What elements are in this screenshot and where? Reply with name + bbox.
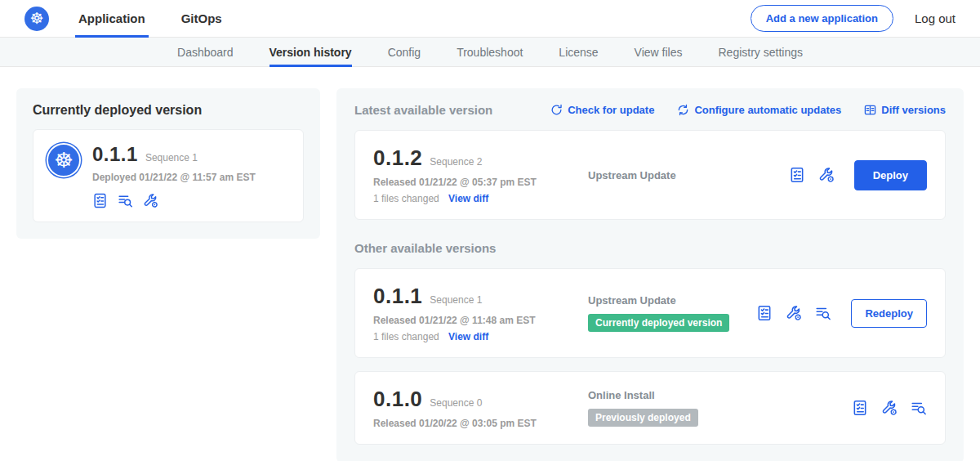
configure-automatic-updates-link[interactable]: Configure automatic updates [677, 104, 841, 116]
release-notes-icon[interactable] [756, 305, 773, 321]
app-sub-nav: Dashboard Version history Config Trouble… [0, 38, 980, 67]
files-changed-label: 1 files changed [373, 193, 439, 204]
updates-header: Latest available version Check for updat… [354, 103, 946, 117]
tab-troubleshoot[interactable]: Troubleshoot [457, 38, 523, 67]
sequence-label: Sequence 2 [430, 156, 482, 168]
version-actions: Deploy [789, 160, 927, 190]
tab-view-files[interactable]: View files [635, 38, 683, 67]
version-card-latest: 0.1.2 Sequence 2 Released 01/21/22 @ 05:… [354, 130, 946, 220]
sequence-label: Sequence 1 [430, 294, 482, 306]
updates-actions: Check for update Configure automatic upd… [550, 104, 946, 116]
view-diff-link[interactable]: View diff [448, 331, 488, 342]
top-nav: Application GitOps [75, 0, 255, 38]
tab-registry-settings[interactable]: Registry settings [719, 38, 803, 67]
version-card-row: 0.1.1 Sequence 1 Released 01/21/22 @ 11:… [354, 268, 946, 358]
release-notes-icon[interactable] [92, 193, 108, 208]
version-source: Upstream Update Currently deployed versi… [581, 294, 756, 332]
tab-dashboard[interactable]: Dashboard [177, 38, 234, 67]
top-bar: ☸ Application GitOps Add a new applicati… [0, 0, 980, 38]
version-source: Online Install Previously deployed [581, 389, 852, 427]
other-versions-title: Other available versions [354, 241, 946, 255]
view-diff-link[interactable]: View diff [448, 193, 488, 204]
released-date: Released 01/20/22 @ 03:05 pm EST [373, 418, 581, 429]
source-label: Online Install [588, 389, 852, 401]
diff-icon[interactable] [815, 305, 831, 321]
deployed-version-row: 0.1.1 Sequence 1 [92, 143, 256, 166]
latest-available-title: Latest available version [354, 103, 492, 117]
version-number: 0.1.1 [373, 284, 422, 309]
deployed-version-info: 0.1.1 Sequence 1 Deployed 01/21/22 @ 11:… [92, 143, 256, 208]
sync-icon [677, 104, 689, 116]
version-row: 0.1.0 Sequence 0 [373, 387, 581, 412]
release-notes-icon[interactable] [789, 167, 805, 183]
app-logo-icon: ☸ [47, 143, 81, 177]
version-number: 0.1.2 [373, 145, 422, 171]
add-application-button[interactable]: Add a new application [751, 5, 893, 32]
released-date: Released 01/21/22 @ 11:48 am EST [373, 315, 581, 326]
diff-versions-label: Diff versions [881, 104, 946, 116]
source-label: Upstream Update [588, 169, 789, 181]
source-label: Upstream Update [588, 294, 756, 307]
logout-link[interactable]: Log out [915, 11, 956, 25]
kubernetes-logo-icon: ☸ [24, 7, 49, 31]
deployed-version-number: 0.1.1 [92, 143, 138, 166]
check-for-update-label: Check for update [568, 104, 654, 116]
sequence-label: Sequence 0 [430, 397, 482, 409]
version-actions: Redeploy [756, 299, 927, 328]
deployed-panel-title: Currently deployed version [33, 103, 304, 118]
version-row: 0.1.1 Sequence 1 [373, 284, 581, 309]
deployed-version-card: ☸ 0.1.1 Sequence 1 Deployed 01/21/22 @ 1… [33, 129, 304, 222]
redeploy-button[interactable]: Redeploy [851, 299, 927, 328]
version-info: 0.1.0 Sequence 0 Released 01/20/22 @ 03:… [373, 387, 581, 429]
deployed-actions [92, 193, 256, 208]
files-changed-line: 1 files changed View diff [373, 193, 581, 204]
version-history-panel: Latest available version Check for updat… [336, 88, 964, 461]
deployed-sequence-label: Sequence 1 [145, 152, 198, 163]
released-date: Released 01/21/22 @ 05:37 pm EST [373, 177, 581, 188]
edit-config-icon[interactable] [143, 193, 158, 208]
tab-application[interactable]: Application [75, 0, 149, 38]
version-row: 0.1.2 Sequence 2 [373, 145, 581, 171]
diff-icon[interactable] [118, 193, 133, 208]
edit-config-icon[interactable] [881, 400, 898, 416]
currently-deployed-badge: Currently deployed version [588, 314, 729, 332]
previously-deployed-badge: Previously deployed [588, 409, 698, 427]
tab-config[interactable]: Config [388, 38, 421, 67]
version-info: 0.1.1 Sequence 1 Released 01/21/22 @ 11:… [373, 284, 581, 342]
deploy-button[interactable]: Deploy [854, 160, 927, 190]
currently-deployed-panel: Currently deployed version ☸ 0.1.1 Seque… [16, 88, 320, 239]
files-changed-line: 1 files changed View diff [373, 331, 581, 342]
release-notes-icon[interactable] [852, 400, 868, 416]
tab-license[interactable]: License [559, 38, 598, 67]
edit-config-icon[interactable] [786, 305, 802, 321]
version-info: 0.1.2 Sequence 2 Released 01/21/22 @ 05:… [373, 145, 581, 204]
diff-icon[interactable] [911, 400, 927, 416]
check-for-update-link[interactable]: Check for update [550, 104, 654, 116]
tab-version-history[interactable]: Version history [270, 38, 352, 67]
deployed-date: Deployed 01/21/22 @ 11:57 am EST [92, 172, 256, 183]
refresh-icon [550, 104, 563, 116]
edit-config-icon[interactable] [818, 167, 835, 183]
configure-automatic-updates-label: Configure automatic updates [694, 104, 841, 116]
version-actions [852, 400, 927, 416]
diff-versions-icon [864, 104, 876, 116]
version-source: Upstream Update [581, 169, 789, 181]
tab-gitops[interactable]: GitOps [178, 0, 225, 38]
files-changed-label: 1 files changed [373, 331, 439, 342]
version-card-row: 0.1.0 Sequence 0 Released 01/20/22 @ 03:… [354, 371, 946, 445]
main-content: Currently deployed version ☸ 0.1.1 Seque… [0, 67, 980, 461]
version-number: 0.1.0 [373, 387, 422, 412]
diff-versions-link[interactable]: Diff versions [864, 104, 946, 116]
